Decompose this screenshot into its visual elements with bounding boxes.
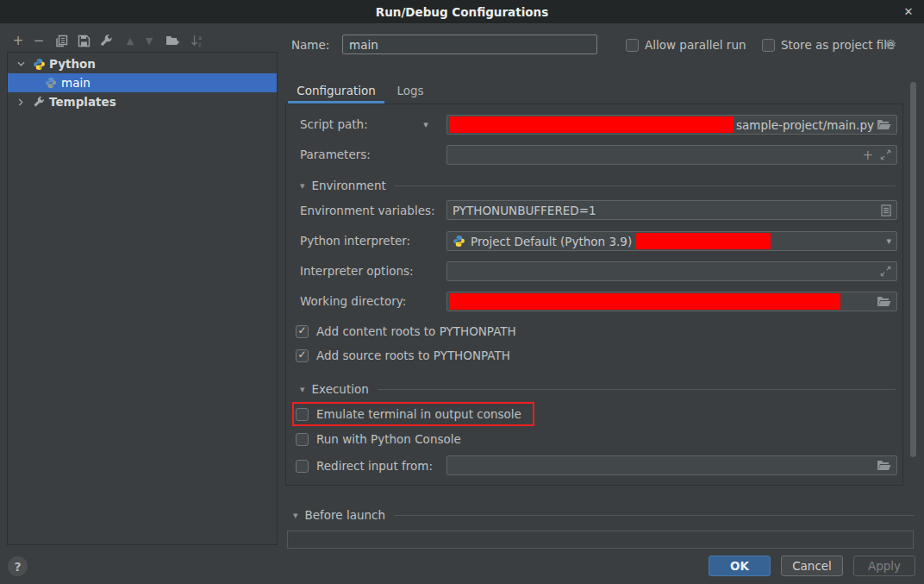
redirect-input-file-input[interactable]: [446, 455, 897, 475]
store-as-project-file-checkbox[interactable]: Store as project file: [762, 38, 894, 52]
python-icon: [453, 235, 465, 248]
collapse-triangle-icon[interactable]: ▾: [300, 180, 305, 192]
section-divider: [394, 515, 914, 516]
add-macro-icon[interactable]: +: [862, 148, 873, 163]
checkbox-icon[interactable]: [296, 460, 309, 473]
python-interpreter-value: Project Default (Python 3.9): [471, 235, 632, 248]
help-button[interactable]: ?: [8, 556, 28, 576]
add-configuration-icon[interactable]: +: [10, 33, 26, 48]
parameters-label: Parameters:: [300, 144, 371, 165]
section-divider: [395, 185, 896, 186]
tree-item-main[interactable]: main: [8, 73, 277, 92]
browse-variables-icon[interactable]: [881, 204, 891, 217]
execution-section-header[interactable]: ▾ Execution: [300, 381, 896, 397]
configuration-form: Script path: ▾ sample-project/main.py Pa…: [285, 104, 903, 486]
script-path-label: Script path:: [300, 114, 368, 135]
configurations-tree: Python main Templates: [7, 52, 278, 545]
tab-label: Configuration: [297, 84, 376, 97]
dropdown-chevron-icon[interactable]: ▾: [886, 235, 891, 247]
redaction-box: [449, 116, 734, 133]
move-up-icon[interactable]: ▲: [122, 33, 138, 48]
run-with-python-console-checkbox[interactable]: Run with Python Console: [296, 431, 461, 447]
script-path-dropdown-icon[interactable]: ▾: [415, 114, 436, 135]
tree-item-label: Templates: [49, 95, 116, 109]
redaction-box: [635, 233, 771, 249]
new-folder-icon[interactable]: [165, 33, 180, 48]
name-label: Name:: [291, 38, 329, 52]
add-content-roots-checkbox[interactable]: ✓ Add content roots to PYTHONPATH: [296, 323, 516, 339]
collapse-triangle-icon[interactable]: ▾: [293, 510, 298, 521]
run-with-python-console-label: Run with Python Console: [316, 432, 461, 446]
interpreter-options-label: Interpreter options:: [300, 261, 414, 281]
tree-item-templates[interactable]: Templates: [8, 92, 277, 111]
folder-browse-icon[interactable]: [877, 460, 891, 471]
dialog-title: Run/Debug Configurations: [376, 5, 548, 19]
script-path-input[interactable]: sample-project/main.py: [446, 115, 897, 135]
chevron-right-icon[interactable]: [15, 96, 27, 108]
checkbox-checked-icon[interactable]: ✓: [296, 325, 309, 338]
expand-field-icon[interactable]: [880, 266, 891, 277]
interpreter-options-input[interactable]: [446, 261, 897, 281]
remove-configuration-icon[interactable]: −: [31, 33, 47, 48]
name-value: main: [349, 38, 378, 52]
python-icon: [44, 76, 58, 90]
store-as-project-file-label: Store as project file: [781, 38, 894, 52]
environment-variables-value: PYTHONUNBUFFERED=1: [453, 204, 596, 217]
section-divider: [378, 389, 896, 390]
add-source-roots-label: Add source roots to PYTHONPATH: [316, 349, 510, 362]
sort-alphabetically-icon[interactable]: az: [189, 33, 204, 48]
add-source-roots-checkbox[interactable]: ✓ Add source roots to PYTHONPATH: [296, 348, 510, 363]
environment-section-label: Environment: [312, 179, 386, 192]
checkbox-icon[interactable]: [296, 408, 309, 421]
copy-configuration-icon[interactable]: [53, 33, 69, 48]
folder-browse-icon[interactable]: [877, 119, 891, 130]
environment-variables-input[interactable]: PYTHONUNBUFFERED=1: [446, 200, 897, 220]
environment-variables-label: Environment variables:: [300, 200, 435, 221]
name-input[interactable]: main: [342, 35, 597, 54]
apply-button[interactable]: Apply: [853, 556, 915, 576]
checkbox-icon[interactable]: [296, 433, 309, 446]
tree-item-label: Python: [49, 57, 96, 71]
svg-text:z: z: [198, 41, 202, 47]
script-path-value: sample-project/main.py: [736, 118, 874, 132]
before-launch-section-header[interactable]: ▾ Before launch: [293, 507, 914, 523]
parameters-input[interactable]: +: [446, 145, 897, 165]
python-interpreter-select[interactable]: Project Default (Python 3.9) ▾: [446, 231, 897, 251]
ok-button[interactable]: OK: [709, 556, 771, 576]
allow-parallel-run-checkbox[interactable]: Allow parallel run: [626, 38, 746, 52]
tab-label: Logs: [396, 84, 423, 97]
working-directory-input[interactable]: [446, 292, 897, 311]
python-interpreter-label: Python interpreter:: [300, 230, 410, 251]
add-content-roots-label: Add content roots to PYTHONPATH: [316, 324, 516, 338]
tab-configuration[interactable]: Configuration: [288, 79, 384, 102]
redirect-input-label: Redirect input from:: [316, 459, 433, 473]
close-icon[interactable]: ✕: [901, 3, 916, 19]
title-bar: Run/Debug Configurations ✕: [0, 0, 924, 23]
redirect-input-checkbox[interactable]: Redirect input from:: [296, 458, 433, 474]
checkbox-icon[interactable]: [626, 39, 639, 52]
folder-browse-icon[interactable]: [877, 296, 891, 307]
collapse-triangle-icon[interactable]: ▾: [300, 384, 305, 395]
emulate-terminal-label: Emulate terminal in output console: [316, 407, 521, 421]
run-debug-configurations-dialog: Run/Debug Configurations ✕ + − ▲ ▼ az: [0, 0, 924, 584]
tree-item-label: main: [61, 76, 91, 90]
environment-section-header[interactable]: ▾ Environment: [300, 178, 896, 193]
execution-section-label: Execution: [312, 382, 369, 396]
expand-field-icon[interactable]: [880, 149, 891, 160]
tab-logs[interactable]: Logs: [386, 79, 434, 102]
allow-parallel-run-label: Allow parallel run: [645, 38, 746, 52]
cancel-button[interactable]: Cancel: [781, 556, 843, 576]
before-launch-task-list: [287, 531, 914, 549]
gear-icon[interactable]: ⚙: [884, 36, 896, 53]
move-down-icon[interactable]: ▼: [141, 33, 157, 48]
checkbox-checked-icon[interactable]: ✓: [296, 349, 309, 362]
checkbox-icon[interactable]: [762, 39, 775, 52]
chevron-down-icon[interactable]: [15, 58, 27, 70]
save-configuration-icon[interactable]: [76, 33, 91, 48]
before-launch-section-label: Before launch: [305, 508, 386, 522]
redaction-box: [449, 293, 840, 310]
emulate-terminal-checkbox[interactable]: Emulate terminal in output console: [296, 406, 521, 422]
vertical-scrollbar[interactable]: [910, 82, 916, 457]
edit-templates-icon[interactable]: [98, 33, 114, 48]
tree-item-python[interactable]: Python: [8, 54, 277, 73]
